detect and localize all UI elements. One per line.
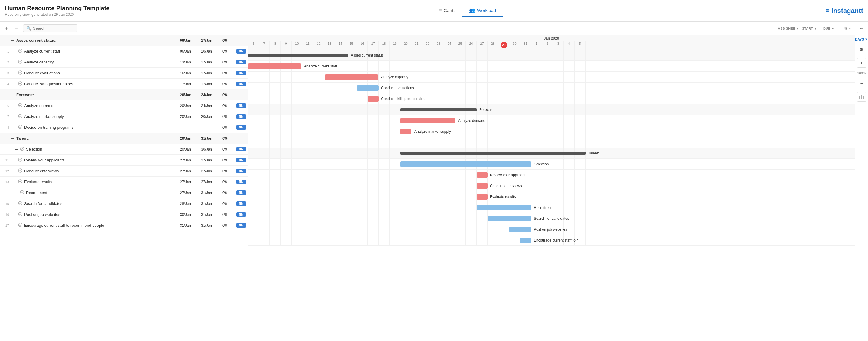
gantt-col-bg [531,93,542,104]
gantt-bar[interactable] [368,96,379,101]
task-row[interactable]: 1Analyze current staff06/Jan10/Jan0%NN [0,46,248,57]
gantt-col-bg [346,115,357,126]
expand-icon[interactable] [14,191,18,195]
expand-icon[interactable] [11,93,14,97]
gantt-bar[interactable] [477,194,488,199]
gantt-col-bg [281,181,291,191]
task-row[interactable]: 13Evaluate results27/Jan27/Jan0%NN [0,177,248,187]
gantt-col-bg [379,181,390,191]
toolbar-actions: + − [2,24,21,33]
task-row[interactable]: 3Conduct evaluations16/Jan17/Jan0%NN [0,68,248,79]
gantt-col-bg [564,126,575,137]
chart-view-button[interactable] [857,92,867,101]
task-row[interactable]: 6Analyze demand20/Jan24/Jan0%NN [0,100,248,111]
gantt-bar[interactable] [400,129,411,134]
gantt-bar[interactable] [520,238,531,243]
gantt-col-bg [379,224,390,235]
task-row[interactable]: 4Conduct skill questionnaires17/Jan17/Ja… [0,79,248,90]
task-row[interactable]: Talent:20/Jan31/Jan0% [0,133,248,144]
nn-badge: NN [236,212,246,217]
due-cell: 31/Jan [200,136,221,141]
gantt-col-bg [411,61,422,71]
gantt-day-col: 18 [379,40,390,50]
task-row[interactable]: 17Encourage current staff to recommend p… [0,220,248,231]
gantt-col-bg [488,50,498,60]
gantt-bar[interactable] [248,54,348,57]
zoom-in-button[interactable]: + [857,58,867,68]
gantt-label: Talent: [588,151,599,155]
task-row[interactable]: 12Conduct enterviews27/Jan27/Jan0%NN [0,166,248,177]
gantt-col-bg [281,191,291,202]
gantt-bar[interactable] [400,161,531,167]
back-button[interactable]: ← [857,24,866,33]
task-row[interactable]: Asses current status:06/Jan17/Jan0% [0,35,248,46]
task-row[interactable]: 8Decide on training programs0%NN [0,122,248,133]
gantt-col-bg [455,213,466,224]
add-button[interactable]: + [2,24,11,33]
today-line [504,83,504,93]
task-row[interactable]: Selection20/Jan30/Jan0%NN [0,144,248,155]
gantt-label: Conduct evaluations [381,86,414,90]
gantt-col-bg [259,104,270,115]
gantt-bar[interactable] [509,227,531,232]
gantt-bar[interactable] [357,85,379,91]
gantt-bar[interactable] [325,74,378,80]
search-box[interactable]: 🔍 [23,25,78,32]
task-row[interactable]: 2Analyze capacity13/Jan17/Jan0%NN [0,57,248,68]
gantt-col-bg [346,104,357,115]
gantt-col-bg [466,61,477,71]
gantt-col-bg [488,137,498,148]
task-row[interactable]: 15Search for candidates28/Jan31/Jan0%NN [0,198,248,209]
task-row[interactable]: 16Post on job websites30/Jan31/Jan0%NN [0,209,248,220]
gantt-col-bg [248,235,259,245]
gantt-row: Encourage current staff to r [248,235,855,246]
remove-button[interactable]: − [12,24,21,33]
gantt-bar[interactable] [400,118,455,123]
gantt-bar[interactable] [477,183,488,189]
gantt-bar[interactable] [248,63,301,69]
nn-badge: NN [236,49,246,54]
gantt-col-bg [379,148,390,158]
expand-icon[interactable] [11,137,14,140]
gantt-col-bg [313,169,324,180]
days-toggle[interactable]: DAYS ▼ [855,37,868,41]
gantt-day-col: 26 [466,40,477,50]
zoom-out-button[interactable]: − [857,79,867,88]
expand-icon[interactable] [14,148,18,151]
gantt-col-bg [379,104,390,115]
start-cell: 27/Jan [179,180,200,184]
gantt-col-bg [542,104,553,115]
task-row[interactable]: Recruitment27/Jan31/Jan0%NN [0,187,248,198]
gantt-col-bg [291,83,303,93]
task-name-cell: Conduct skill questionnaires [11,81,155,87]
gantt-col-bg [259,169,270,180]
gantt-col-bg [575,115,586,126]
gantt-bar[interactable] [400,108,477,111]
gantt-bar[interactable] [477,172,488,178]
gantt-col-bg [357,104,368,115]
gantt-bar[interactable] [488,216,531,221]
task-row[interactable]: Forecast:20/Jan24/Jan0% [0,90,248,100]
tab-gantt[interactable]: ≡ Gantt [432,5,462,16]
gantt-bar[interactable] [400,152,586,155]
gantt-day-col: 5 [575,40,586,50]
gantt-col-bg [346,202,357,213]
tab-workload[interactable]: 👥 Workload [462,5,503,17]
row-number: 4 [2,82,11,86]
gantt-col-bg [553,191,564,202]
gantt-col-bg [357,61,368,71]
pct-cell: 0% [221,82,236,86]
check-icon [20,147,24,152]
settings-button[interactable]: ⚙ [857,45,867,54]
task-row[interactable]: 11Review your applicants27/Jan27/Jan0%NN [0,155,248,166]
check-icon [18,70,22,75]
search-input[interactable] [33,26,69,31]
expand-icon[interactable] [11,39,14,42]
today-line [504,235,504,245]
gantt-col-bg [466,126,477,137]
task-name-cell: Decide on training programs [11,125,155,130]
today-line [504,137,504,148]
gantt-label: Asses current status: [351,53,385,57]
task-name-cell: Asses current status: [11,38,155,42]
task-row[interactable]: 7Analyze market supply20/Jan20/Jan0%NN [0,111,248,122]
